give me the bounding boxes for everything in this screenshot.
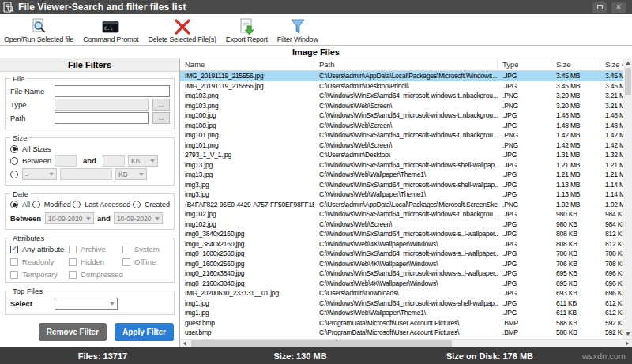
cell-size-on-disk: 1.14 MB <box>600 190 623 200</box>
column-header-size-on-disk[interactable]: Size on Disk <box>600 58 623 70</box>
maximize-button[interactable] <box>592 2 607 13</box>
cell-type: .PNG <box>498 101 551 111</box>
attribute-checkbox-compressed: Compressed <box>69 270 122 279</box>
table-row[interactable]: {B4FAF822-96E0-4429-A757-FF50EF98FF1B}..… <box>180 200 623 210</box>
column-header-path[interactable]: Path <box>314 58 498 70</box>
table-row[interactable]: img100.jpgC:\Windows\WinSxS\amd64_micros… <box>180 111 623 121</box>
top-files-select[interactable] <box>55 298 118 310</box>
table-row[interactable]: IMG_20200630_233131__01.jpgC:\Users\admi… <box>180 288 623 298</box>
column-header-name[interactable]: Name <box>180 58 314 70</box>
file-group-legend: File <box>10 74 27 83</box>
table-row[interactable]: img102.jpgC:\Windows\Web\Screen\.JPG980 … <box>180 220 623 230</box>
all-sizes-radio[interactable] <box>10 145 18 153</box>
scroll-up-icon[interactable] <box>623 58 632 68</box>
date-last-accessed-radio[interactable] <box>73 201 81 208</box>
table-row[interactable]: img13.jpgC:\Windows\WinSxS\amd64_microso… <box>180 160 623 171</box>
cell-size-on-disk: 696 KB <box>600 279 623 289</box>
table-row[interactable]: img101.pngC:\Windows\WinSxS\amd64_micros… <box>180 130 623 141</box>
cell-path: C:\Windows\Web\Screen\ <box>314 121 498 131</box>
scroll-right-icon[interactable] <box>623 340 632 348</box>
close-button[interactable]: ✕ <box>611 2 626 13</box>
date-modified-radio[interactable] <box>32 201 40 208</box>
cell-size: 588 KB <box>551 318 600 328</box>
checkbox-label: Archive <box>81 245 106 253</box>
table-row[interactable]: img0_2160x3840.jpgC:\Windows\WinSxS\amd6… <box>180 268 623 279</box>
cell-type: .JPG <box>498 288 551 298</box>
table-row[interactable]: img100.jpgC:\Windows\Web\Screen\.JPG1.48… <box>180 121 623 131</box>
cell-size-on-disk: 1.48 MB <box>600 111 623 121</box>
tool-label: Export Report <box>226 36 268 43</box>
file-name-input[interactable] <box>55 85 170 97</box>
remove-filter-button[interactable]: Remove Filter <box>39 323 107 341</box>
checkbox-icon <box>69 258 77 266</box>
open-run-selected-file-button[interactable]: Open/Run Selected file <box>2 17 76 44</box>
table-row[interactable]: img101.pngC:\Windows\Web\Screen\.PNG1.42… <box>180 141 623 151</box>
size-comparator-radio[interactable] <box>10 171 18 178</box>
table-row[interactable]: img3.jpgC:\Windows\Web\Wallpaper\Theme1\… <box>180 190 623 200</box>
table-row[interactable]: img103.pngC:\Windows\WinSxS\amd64_micros… <box>180 91 623 101</box>
scroll-left-icon[interactable] <box>180 340 190 348</box>
table-row[interactable]: img1.jpgC:\Windows\Web\Wallpaper\Theme1\… <box>180 308 623 318</box>
export-report-button[interactable]: Export Report <box>224 17 270 44</box>
size-between-radio[interactable] <box>10 157 18 165</box>
date-all-radio[interactable] <box>10 201 18 208</box>
cell-size-on-disk: 708 KB <box>600 249 623 259</box>
filter-window-button[interactable]: Filter Window <box>275 17 321 44</box>
table-row[interactable]: img3.jpgC:\Windows\WinSxS\amd64_microsof… <box>180 180 623 190</box>
cell-size: 706 KB <box>551 249 600 259</box>
table-row[interactable]: IMG_20191119_215556.jpgC:\Users\admin\De… <box>180 81 623 92</box>
cell-name: img1.jpg <box>180 298 314 309</box>
cell-size-on-disk: 696 KB <box>600 268 623 279</box>
path-browse-button[interactable]: ... <box>152 112 170 124</box>
scroll-down-icon[interactable] <box>623 329 632 339</box>
cell-type: .JPG <box>498 160 551 171</box>
cell-size: 980 KB <box>551 220 600 230</box>
cell-size-on-disk: 708 KB <box>600 259 623 269</box>
path-input[interactable] <box>55 112 149 124</box>
command-prompt-button[interactable]: C:\ Command Prompt <box>81 17 141 44</box>
table-body: IMG_20191119_215556.jpgC:\Users\admin\Ap… <box>180 71 632 339</box>
table-row[interactable]: 2793_1_V_1.jpgC:\Users\admin\Desktop\.JP… <box>180 150 623 160</box>
table-row[interactable]: img0_3840x2160.jpgC:\Windows\Web\4K\Wall… <box>180 239 623 250</box>
horizontal-scroll-thumb[interactable] <box>191 340 452 347</box>
column-header-size[interactable]: Size <box>551 58 600 70</box>
table-row[interactable]: IMG_20191119_215556.jpgC:\Users\admin\Ap… <box>180 71 623 81</box>
cell-name: img13.jpg <box>180 170 314 180</box>
cell-size-on-disk: 1.42 MB <box>600 130 623 141</box>
cell-size: 1.21 MB <box>551 160 600 171</box>
delete-selected-files-button[interactable]: Delete Selected File(s) <box>145 17 218 44</box>
table-row[interactable]: img0_2160x3840.jpgC:\Windows\Web\4K\Wall… <box>180 279 623 289</box>
vertical-scrollbar[interactable] <box>623 58 632 339</box>
checkbox-icon[interactable]: ✓ <box>10 246 18 253</box>
table-row[interactable]: img0_1600x2560.jpgC:\Windows\Web\4K\Wall… <box>180 259 623 269</box>
table-row[interactable]: img102.jpgC:\Windows\WinSxS\amd64_micros… <box>180 209 623 220</box>
cell-name: IMG_20191119_215556.jpg <box>180 71 314 81</box>
table-row[interactable]: img13.jpgC:\Windows\Web\Wallpaper\Theme1… <box>180 170 623 180</box>
cell-size-on-disk: 3.21 MB <box>600 101 623 111</box>
type-browse-button[interactable]: ... <box>152 99 170 111</box>
chevron-down-icon <box>150 159 155 163</box>
cell-size-on-disk: 1.42 MB <box>600 141 623 151</box>
cell-path: C:\Windows\WinSxS\amd64_microsoft-window… <box>314 268 498 279</box>
cell-size-on-disk: 1.21 MB <box>600 170 623 180</box>
column-header-type[interactable]: Type <box>498 58 551 70</box>
table-row[interactable]: user.bmpC:\ProgramData\Microsoft\User Ac… <box>180 328 623 338</box>
vertical-scroll-thumb[interactable] <box>625 68 631 95</box>
file-table: Name Path Type Size Size on Disk IMG_201… <box>180 58 632 347</box>
attributes-grid: ✓Any attributeArchiveSystemReadonlyHidde… <box>10 245 170 279</box>
size-to-input <box>103 155 125 167</box>
apply-filter-button[interactable]: Apply Filter <box>115 323 174 341</box>
size-from-input <box>55 155 77 167</box>
cell-size: 980 KB <box>551 209 600 220</box>
table-row[interactable]: img1.jpgC:\Windows\WinSxS\amd64_microsof… <box>180 298 623 309</box>
date-created-radio[interactable] <box>133 201 141 208</box>
cell-type: .JPG <box>498 308 551 318</box>
date-from-select: 10-09-2020 <box>45 212 94 224</box>
cell-size: 3.45 MB <box>551 81 600 92</box>
table-row[interactable]: img0_1600x2560.jpgC:\Windows\WinSxS\amd6… <box>180 249 623 259</box>
horizontal-scrollbar[interactable] <box>180 339 632 347</box>
table-row[interactable]: img103.pngC:\Windows\Web\Screen\.PNG3.20… <box>180 101 623 111</box>
table-row[interactable]: guest.bmpC:\ProgramData\Microsoft\User A… <box>180 318 623 328</box>
table-row[interactable]: img0_3840x2160.jpgC:\Windows\WinSxS\amd6… <box>180 229 623 239</box>
attribute-checkbox-any-attribute[interactable]: ✓Any attribute <box>10 245 69 253</box>
